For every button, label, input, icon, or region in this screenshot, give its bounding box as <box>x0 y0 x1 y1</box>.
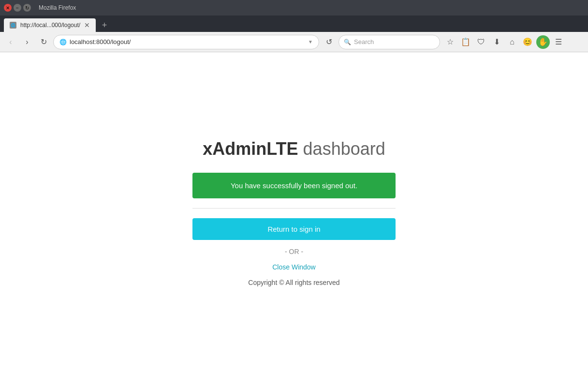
pocket-button[interactable]: 🛡 <box>474 35 488 49</box>
app-title-suffix: dashboard <box>298 139 385 159</box>
search-placeholder: Search <box>354 38 374 45</box>
success-message: You have successfully been signed out. <box>231 181 357 190</box>
tab-title: http://local...000/logout/ <box>20 22 80 29</box>
home-button[interactable]: ⌂ <box>505 35 519 49</box>
refresh-button[interactable]: ↻ <box>37 35 50 49</box>
tab-favicon-icon: 🌐 <box>10 22 16 29</box>
search-bar[interactable]: 🔍 Search <box>338 35 440 49</box>
hand-icon: ✋ <box>536 35 550 49</box>
app-title: xAdminLTE dashboard <box>203 139 385 159</box>
url-dropdown-icon[interactable]: ▼ <box>308 39 313 45</box>
menu-button[interactable]: ☰ <box>551 35 566 49</box>
new-tab-button[interactable]: + <box>98 18 111 32</box>
url-bar[interactable]: 🌐 localhost:8000/logout/ ▼ <box>53 35 319 49</box>
hand-avatar-button[interactable]: ✋ <box>536 35 550 49</box>
close-window-link[interactable]: Close Window <box>272 263 315 271</box>
url-globe-icon: 🌐 <box>59 39 67 45</box>
browser-title: Mozilla Firefox <box>39 4 76 11</box>
app-title-brand: xAdminLTE <box>203 139 298 159</box>
success-banner: You have successfully been signed out. <box>192 173 396 198</box>
window-controls: ✕ − ↻ <box>4 4 31 12</box>
divider <box>192 208 396 209</box>
page-content: xAdminLTE dashboard You have successfull… <box>0 52 588 373</box>
back-button[interactable]: ‹ <box>4 35 17 49</box>
return-to-signin-button[interactable]: Return to sign in <box>192 218 396 240</box>
or-separator: - OR - <box>285 248 303 255</box>
bookmark-button[interactable]: ☆ <box>443 35 457 49</box>
tab-close-icon[interactable]: ✕ <box>84 22 90 29</box>
url-text: localhost:8000/logout/ <box>70 38 305 45</box>
reload-button[interactable]: ↺ <box>322 35 336 49</box>
restore-window-button[interactable]: ↻ <box>23 4 31 12</box>
nav-bar: ‹ › ↻ 🌐 localhost:8000/logout/ ▼ ↺ 🔍 Sea… <box>0 32 588 52</box>
browser-tab[interactable]: 🌐 http://local...000/logout/ ✕ <box>4 18 96 32</box>
close-window-button[interactable]: ✕ <box>4 4 12 12</box>
title-bar: ✕ − ↻ Mozilla Firefox <box>0 0 588 15</box>
nav-icons: ☆ 📋 🛡 ⬇ ⌂ 😊 ✋ ☰ <box>443 35 566 49</box>
search-icon: 🔍 <box>344 39 351 45</box>
emoji-button[interactable]: 😊 <box>520 35 535 49</box>
reading-list-button[interactable]: 📋 <box>458 35 473 49</box>
forward-button[interactable]: › <box>20 35 34 49</box>
tab-bar: 🌐 http://local...000/logout/ ✕ + <box>0 15 588 32</box>
logout-container: xAdminLTE dashboard You have successfull… <box>192 139 396 286</box>
browser-window: ✕ − ↻ Mozilla Firefox 🌐 http://local...0… <box>0 0 588 373</box>
download-button[interactable]: ⬇ <box>489 35 504 49</box>
minimize-window-button[interactable]: − <box>14 4 21 12</box>
copyright-text: Copyright © All rights reserved <box>248 279 339 286</box>
